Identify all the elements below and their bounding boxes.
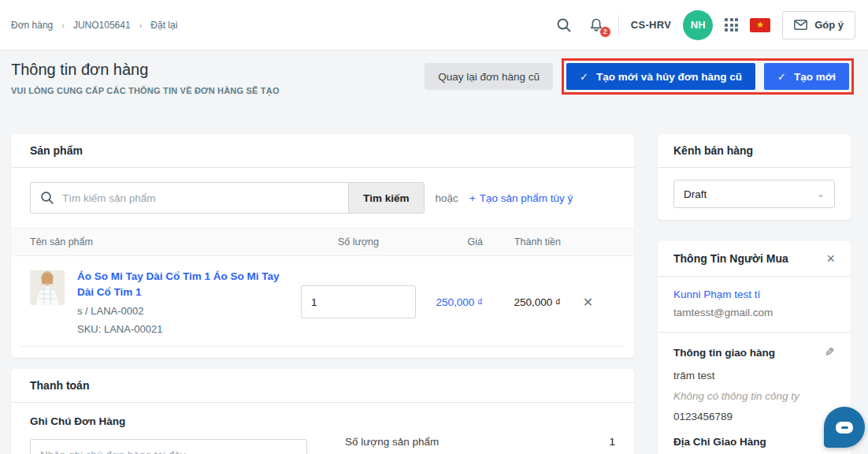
buyer-name-link[interactable]: Kunni Phạm test tí [673,288,835,300]
shipping-info-title: Thông tin giao hàng [673,347,775,359]
buyer-contact-section: Kunni Phạm test tí tamtesst@gmail.com [658,277,851,333]
shipping-company-note: Không có thông tin công ty [673,390,835,402]
topbar-divider [618,15,619,35]
sales-channel-select[interactable]: Draft ⌄ [673,180,835,208]
edit-pencil-icon[interactable]: ✎ [825,345,835,359]
shipping-recipient: trâm test [673,370,835,381]
buyer-info-title: Thông Tin Người Mua [673,252,788,265]
back-to-old-order-button[interactable]: Quay lại đơn hàng cũ [425,63,553,90]
buyer-info-header: Thông Tin Người Mua × [658,241,851,277]
sales-channel-header: Kênh bán hàng [658,134,851,168]
product-variant: s / LANA-0002 [77,305,290,317]
shipping-info-section: Thông tin giao hàng ✎ trâm test Không có… [658,333,851,454]
order-note-label: Ghi Chú Đơn Hàng [30,415,313,427]
content-area: Sản phẩm Tìm kiếm hoặc +Tạo sản phẩm tùy… [0,118,868,454]
products-card: Sản phẩm Tìm kiếm hoặc +Tạo sản phẩm tùy… [11,134,634,358]
remove-product-icon[interactable]: ✕ [583,296,593,309]
payment-summary: Số lượng sản phẩm 1 [345,415,615,454]
create-custom-product-link[interactable]: +Tạo sản phẩm tùy ý [469,192,573,204]
user-avatar[interactable]: NH [683,10,713,40]
create-and-cancel-old-order-button[interactable]: ✓ Tạo mới và hủy đơn hàng cũ [566,63,755,90]
order-note-input[interactable] [30,439,307,454]
create-custom-product-label: Tạo sản phẩm tùy ý [480,192,573,204]
search-submit-button[interactable]: Tìm kiếm [348,182,425,214]
sales-channel-title: Kênh bán hàng [673,144,753,157]
feedback-button-label: Góp ý [814,19,844,31]
product-text-block: Áo So Mi Tay Dài Cổ Tim 1 Áo So Mi Tay D… [77,269,290,335]
breadcrumb: Đơn hàng › JUNO105641 › Đặt lại [11,20,177,31]
check-icon: ✓ [777,71,786,83]
buyer-email: tamtesst@gmail.com [673,307,835,318]
search-icon[interactable] [554,15,574,35]
products-card-title: Sản phẩm [30,144,83,157]
total-cell: 250,000 ₫ [483,295,561,309]
vietnam-flag-icon[interactable]: ★ [750,18,770,32]
plus-icon: + [469,192,476,204]
product-thumbnail [30,270,65,305]
column-total: Thành tiền [483,236,561,247]
envelope-icon [794,20,807,30]
create-new-button[interactable]: ✓ Tạo mới [764,63,849,90]
line-total: 250,000 ₫ [514,296,561,308]
chat-bubble-icon [836,422,853,434]
column-price: Giá [417,236,483,247]
breadcrumb-separator: › [139,20,143,30]
payment-card: Thanh toán Ghi Chú Đơn Hàng Số lượng sản… [11,369,634,454]
feedback-button[interactable]: Góp ý [782,11,855,39]
close-icon[interactable]: × [826,251,835,266]
order-note-block: Ghi Chú Đơn Hàng [30,415,313,454]
sidebar: Kênh bán hàng Draft ⌄ Thông Tin Người Mu… [658,134,851,454]
product-search-input[interactable] [62,192,348,204]
product-sku: SKU: LANA-00021 [77,323,290,335]
notifications-bell-icon[interactable]: 2 [586,15,606,35]
red-annotation-highlight: ✓ Tạo mới và hủy đơn hàng cũ ✓ Tạo mới [562,58,854,95]
product-name-link[interactable]: Áo So Mi Tay Dài Cổ Tim 1 Áo So Mi Tay D… [77,270,280,298]
page-header: Thông tin đơn hàng VUI LÒNG CUNG CẤP CÁC… [0,50,868,118]
table-row: Áo So Mi Tay Dài Cổ Tim 1 Áo So Mi Tay D… [11,256,634,346]
shipping-address-title: Địa Chỉ Giao Hàng [673,436,835,448]
search-icon [40,191,54,205]
header-actions: Quay lại đơn hàng cũ ✓ Tạo mới và hủy đơ… [425,58,854,95]
breadcrumb-separator: › [61,20,65,30]
sales-channel-card: Kênh bán hàng Draft ⌄ [658,134,851,220]
quantity-input[interactable] [301,285,416,318]
workspace-label: CS-HRV [631,19,671,31]
action-cell: ✕ [561,295,615,310]
main-column: Sản phẩm Tìm kiếm hoặc +Tạo sản phẩm tùy… [11,134,634,454]
product-search-row: Tìm kiếm hoặc +Tạo sản phẩm tùy ý [11,168,634,228]
breadcrumb-current: Đặt lại [150,20,177,31]
product-cell: Áo So Mi Tay Dài Cổ Tim 1 Áo So Mi Tay D… [30,269,299,335]
breadcrumb-orders[interactable]: Đơn hàng [11,20,53,31]
or-label: hoặc [436,192,458,204]
column-quantity: Số lượng [299,236,417,247]
apps-grid-icon[interactable] [725,18,738,32]
quantity-cell [299,285,417,318]
payment-body: Ghi Chú Đơn Hàng Số lượng sản phẩm 1 [11,403,634,454]
chevron-down-icon: ⌄ [817,188,825,199]
product-quantity-value: 1 [609,436,615,448]
product-quantity-label: Số lượng sản phẩm [345,436,439,448]
order-reset-page: Đơn hàng › JUNO105641 › Đặt lại 2 CS-HRV… [0,0,868,454]
product-search-box [30,182,348,214]
unit-price-link[interactable]: 250,000 ₫ [436,296,483,308]
buyer-info-card: Thông Tin Người Mua × Kunni Phạm test tí… [658,241,851,454]
notification-badge: 2 [599,26,611,38]
sales-channel-selected-value: Draft [684,188,707,200]
price-cell: 250,000 ₫ [417,295,483,309]
breadcrumb-order-id[interactable]: JUNO105641 [73,20,131,31]
shipping-phone: 0123456789 [673,411,835,422]
products-card-header: Sản phẩm [11,134,634,168]
sales-channel-body: Draft ⌄ [658,168,851,220]
create-and-cancel-label: Tạo mới và hủy đơn hàng cũ [596,71,742,83]
create-new-label: Tạo mới [794,71,836,83]
topbar: Đơn hàng › JUNO105641 › Đặt lại 2 CS-HRV… [0,0,868,50]
chat-widget-button[interactable] [824,407,865,448]
summary-row-quantity: Số lượng sản phẩm 1 [345,436,615,448]
products-table-header: Tên sản phẩm Số lượng Giá Thành tiền [11,228,634,256]
payment-card-title: Thanh toán [30,379,89,392]
payment-card-header: Thanh toán [11,369,634,403]
check-icon: ✓ [580,71,588,83]
column-product-name: Tên sản phẩm [30,236,299,247]
